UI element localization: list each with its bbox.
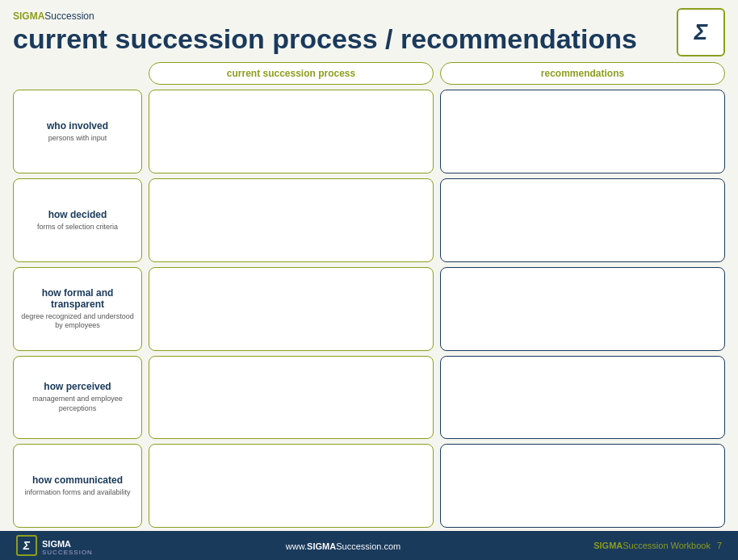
footer-workbook-sigma: SIGMA (593, 541, 623, 550)
row-title-how-perceived: how perceived (44, 381, 111, 392)
footer-workbook-area: SIGMASuccession Workbook 7 (593, 541, 722, 550)
footer-url-sigma: SIGMA (307, 541, 336, 551)
footer-url: www.SIGMASuccession.com (286, 538, 400, 553)
table-row: how formal and transparent degree recogn… (13, 267, 725, 351)
footer-brand: SIGMA SUCCESSION (42, 536, 93, 556)
brand-sigma: SIGMA (13, 10, 44, 22)
row-label-how-communicated: how communicated information forms and a… (13, 444, 142, 528)
table-row: how communicated information forms and a… (13, 444, 725, 528)
footer-sigma-icon: Σ (23, 539, 30, 552)
row-cell-recommendations-1[interactable] (440, 90, 725, 173)
column-headers: current succession process recommendatio… (149, 62, 725, 85)
row-sub-how-formal: degree recognized and understood by empl… (20, 312, 135, 331)
header: SIGMASuccession current succession proce… (0, 0, 738, 59)
row-sub-who-involved: persons with input (48, 134, 107, 144)
table-row: who involved persons with input (13, 90, 725, 173)
row-title-how-decided: how decided (48, 209, 107, 220)
row-cell-process-2[interactable] (149, 178, 434, 262)
footer-sigma-box: Σ (16, 535, 37, 556)
brand-line: SIGMASuccession (13, 8, 725, 23)
brand-succession: Succession (44, 10, 94, 22)
footer: Σ SIGMA SUCCESSION www.SIGMASuccession.c… (0, 531, 738, 560)
main-content: current succession process recommendatio… (0, 59, 738, 531)
row-label-how-decided: how decided forms of selection criteria (13, 178, 142, 262)
row-sub-how-perceived: management and employee perceptions (20, 395, 135, 413)
row-label-how-perceived: how perceived management and employee pe… (13, 356, 142, 440)
row-cell-process-1[interactable] (149, 90, 434, 173)
footer-workbook-rest: Succession Workbook (623, 541, 711, 550)
row-title-who-involved: who involved (47, 120, 108, 132)
row-sub-how-communicated: information forms and availability (24, 488, 130, 498)
table-row: how decided forms of selection criteria (13, 178, 725, 262)
footer-brand-sigma: SIGMA (42, 539, 71, 549)
col-header-process: current succession process (149, 62, 434, 85)
row-cell-process-5[interactable] (149, 444, 434, 528)
footer-url-www: www. (286, 541, 307, 551)
footer-brand-name: SUCCESSION (42, 549, 93, 556)
row-cell-recommendations-3[interactable] (440, 267, 725, 351)
footer-logo: Σ SIGMA SUCCESSION (16, 535, 93, 556)
footer-workbook-label: SIGMASuccession Workbook (593, 541, 711, 550)
page-title: current succession process / recommendat… (13, 24, 725, 54)
row-cell-process-4[interactable] (149, 356, 434, 440)
logo-box: Σ (677, 8, 725, 56)
row-sub-how-decided: forms of selection criteria (37, 223, 118, 232)
row-cell-recommendations-2[interactable] (440, 178, 725, 262)
logo-sigma-symbol: Σ (694, 19, 708, 45)
footer-page-number: 7 (717, 541, 722, 550)
rows-area: who involved persons with input how deci… (13, 90, 725, 528)
col-header-recommendations: recommendations (440, 62, 725, 85)
table-row: how perceived management and employee pe… (13, 356, 725, 440)
row-label-who-involved: who involved persons with input (13, 90, 142, 173)
footer-url-rest: Succession.com (336, 541, 400, 551)
row-cell-process-3[interactable] (149, 267, 434, 351)
row-title-how-communicated: how communicated (32, 474, 123, 486)
row-cell-recommendations-5[interactable] (440, 444, 725, 528)
page-title-text: current succession process / recommendat… (13, 23, 637, 54)
row-cell-recommendations-4[interactable] (440, 356, 725, 440)
page: SIGMASuccession current succession proce… (0, 0, 738, 560)
row-title-how-formal: how formal and transparent (20, 287, 135, 310)
row-label-how-formal: how formal and transparent degree recogn… (13, 267, 142, 351)
